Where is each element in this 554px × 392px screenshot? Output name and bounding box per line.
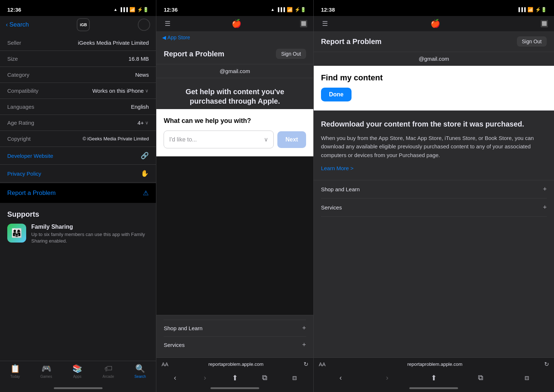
status-time-3: 12:38 — [321, 7, 335, 13]
tabs-icon-3[interactable]: ⧉ — [473, 373, 488, 382]
safari-bottom-3: AA reportaproblem.apple.com ↻ ‹ › ⬆ ⧉ ⧈ — [314, 357, 554, 392]
copyright-row: Copyright © iGeeks Media Private Limited — [0, 131, 156, 147]
languages-row: Languages English — [0, 99, 156, 115]
shop-learn-label-3: Shop and Learn — [321, 186, 360, 192]
panel3-content: Find my content Done Redownload your con… — [314, 66, 554, 392]
status-time-1: 12:36 — [7, 7, 21, 13]
footer-services-2[interactable]: Services + — [164, 336, 306, 353]
tab-today[interactable]: 📋 Today — [10, 364, 20, 379]
redownload-description: When you buy from the App Store, Mac App… — [321, 134, 547, 159]
tabs-icon-2[interactable]: ⧉ — [257, 373, 272, 382]
bookmark-icon[interactable]: 🔲 — [300, 20, 308, 28]
dropdown-placeholder: I'd like to... — [169, 136, 197, 143]
browser-actions-2: ‹ › ⬆ ⧉ ⧈ — [156, 371, 313, 387]
help-dropdown[interactable]: I'd like to... ∨ — [164, 131, 274, 148]
url-text-2[interactable]: reportaproblem.apple.com — [171, 361, 301, 367]
signal-icon-3: ▐▐▐ — [517, 7, 526, 12]
wifi-icon: 📶 — [129, 7, 135, 12]
url-text-3[interactable]: reportaproblem.apple.com — [329, 361, 541, 367]
footer-shop-learn-3[interactable]: Shop and Learn + — [321, 180, 547, 199]
footer-services-3[interactable]: Services + — [321, 199, 547, 217]
copyright-value: © iGeeks Media Private Limited — [83, 136, 149, 141]
browser-actions-3: ‹ › ⬆ ⧉ ⧈ — [314, 371, 554, 387]
compatibility-row[interactable]: Compatibility Works on this iPhone ∨ — [0, 83, 156, 99]
report-problem-row[interactable]: Report a Problem ⚠ — [0, 183, 156, 203]
developer-website-link[interactable]: Developer Website — [7, 153, 53, 159]
share-icon-3[interactable]: ⬆ — [426, 373, 441, 382]
copy-icon-2[interactable]: ⧈ — [288, 373, 302, 382]
tab-apps[interactable]: 📚 Apps — [72, 364, 82, 379]
refresh-icon-2[interactable]: ↻ — [304, 361, 308, 368]
services-label-3: Services — [321, 204, 342, 211]
tab-arcade[interactable]: 🏷 Arcade — [103, 364, 114, 379]
report-title-2: Report a Problem — [164, 50, 224, 58]
back-appstore-link[interactable]: ◀ App Store — [162, 35, 190, 40]
sign-out-button-3[interactable]: Sign Out — [517, 36, 547, 47]
wifi-icon-2: 📶 — [287, 7, 293, 12]
developer-website-row[interactable]: Developer Website 🔗 — [0, 147, 156, 165]
done-button[interactable]: Done — [321, 88, 352, 101]
services-plus-3: + — [543, 204, 547, 211]
tab-search[interactable]: 🔍 Search — [135, 364, 146, 379]
family-sharing-title: Family Sharing — [31, 224, 149, 230]
status-bar-1: 12:36 ▲ ▐▐▐ 📶 ⚡🔋 — [0, 0, 156, 16]
battery-icon-3: ⚡🔋 — [535, 7, 547, 12]
hamburger-icon[interactable]: ☰ — [162, 20, 173, 28]
find-content-title: Find my content — [321, 73, 547, 83]
refresh-icon-3[interactable]: ↻ — [544, 361, 549, 368]
panel-report-problem: 12:36 ▲ ▐▐▐ 📶 ⚡🔋 ☰ 🍎 🔲 ◀ App Store Repor… — [156, 0, 313, 392]
battery-icon: ⚡🔋 — [137, 7, 149, 12]
help-modal: What can we help you with? I'd like to..… — [156, 109, 313, 156]
forward-nav-icon-2[interactable]: › — [198, 373, 212, 382]
aa-button-2[interactable]: AA — [161, 361, 168, 367]
back-nav-icon-3[interactable]: ‹ — [333, 373, 348, 382]
shop-learn-plus-3: + — [543, 185, 547, 193]
age-rating-row[interactable]: Age Rating 4+ ∨ — [0, 115, 156, 131]
tab-search-label: Search — [135, 375, 146, 379]
signal-icon: ▐▐▐ — [119, 7, 128, 12]
tab-games[interactable]: 🎮 Games — [40, 364, 52, 379]
supports-title: Supports — [7, 210, 149, 219]
back-button[interactable]: ‹ Search — [6, 21, 29, 28]
forward-nav-icon-3[interactable]: › — [380, 373, 394, 382]
footer-shop-learn-2[interactable]: Shop and Learn + — [164, 320, 306, 336]
location-icon-2: ▲ — [271, 7, 275, 12]
tab-games-label: Games — [40, 375, 52, 379]
panel-find-content: 12:38 ▐▐▐ 📶 ⚡🔋 ☰ 🍎 🔲 Report a Problem Si… — [314, 0, 554, 392]
back-nav-icon-2[interactable]: ‹ — [168, 373, 182, 382]
learn-more-link[interactable]: Learn More > — [321, 165, 547, 171]
aa-button-3[interactable]: AA — [319, 361, 326, 367]
seller-row: Seller iGeeks Media Private Limited — [0, 35, 156, 51]
languages-label: Languages — [7, 104, 34, 110]
hamburger-icon-3[interactable]: ☰ — [320, 20, 330, 28]
app-icon-circle — [138, 19, 150, 31]
signal-icon-2: ▐▐▐ — [276, 7, 285, 12]
seller-label: Seller — [7, 40, 21, 46]
status-bar-3: 12:38 ▐▐▐ 📶 ⚡🔋 — [314, 0, 554, 16]
redownload-section: Redownload your content from the store i… — [314, 111, 554, 180]
next-button[interactable]: Next — [277, 131, 306, 148]
category-label: Category — [7, 72, 29, 78]
copy-icon-3[interactable]: ⧈ — [520, 373, 534, 382]
warning-icon: ⚠ — [143, 189, 149, 197]
chevron-icon: ∨ — [145, 120, 149, 125]
privacy-policy-row[interactable]: Privacy Policy ✋ — [0, 165, 156, 183]
redownload-title: Redownload your content from the store i… — [321, 119, 547, 129]
privacy-policy-link[interactable]: Privacy Policy — [7, 171, 41, 177]
sign-out-button-2[interactable]: Sign Out — [276, 49, 306, 59]
age-rating-label: Age Rating — [7, 120, 34, 126]
report-header-2: Report a Problem Sign Out — [156, 44, 313, 64]
url-bar-2: AA reportaproblem.apple.com ↻ — [156, 357, 313, 371]
shop-learn-label-2: Shop and Learn — [164, 325, 202, 331]
status-icons-2: ▲ ▐▐▐ 📶 ⚡🔋 — [271, 7, 306, 12]
share-icon-2[interactable]: ⬆ — [228, 373, 242, 382]
search-icon: 🔍 — [135, 364, 145, 373]
bookmark-icon-3[interactable]: 🔲 — [540, 20, 548, 28]
back-label[interactable]: Search — [9, 21, 29, 28]
logo-text: iGB — [80, 23, 87, 27]
family-sharing-row: 👨‍👩‍👧 Family Sharing Up to six family me… — [7, 224, 149, 244]
games-icon: 🎮 — [41, 364, 51, 373]
tab-today-label: Today — [10, 375, 20, 379]
report-problem-label[interactable]: Report a Problem — [7, 189, 56, 197]
modal-select-row: I'd like to... ∨ Next — [164, 131, 306, 148]
